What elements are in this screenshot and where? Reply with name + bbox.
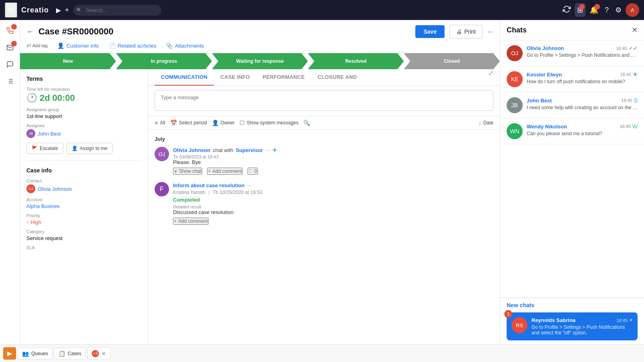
taskbar-cases[interactable]: 📋 Cases (54, 348, 86, 360)
expand-icon[interactable]: ⤢ (488, 69, 493, 86)
new-chat-item[interactable]: 3 RS Reynolds Sabrina 18:45 ✈ Go to Prof… (507, 312, 638, 340)
chat-info-4: Wendy Nikolson 18:45 W Can you please se… (527, 123, 638, 136)
message-input[interactable] (155, 90, 493, 111)
task-title[interactable]: Inform about case resolution (173, 182, 244, 188)
telegram-icon-2: ✈ (633, 71, 638, 78)
gear-icon: ⚙ (615, 6, 622, 14)
status-new[interactable]: New (20, 53, 116, 69)
related-articles-link[interactable]: 📄 Related acrticles (109, 42, 156, 49)
user-avatar[interactable]: A (626, 3, 639, 17)
play-button[interactable]: ▶ (56, 6, 61, 14)
info-panel: Terms Time left for resolution 🕐 2d 00:0… (20, 69, 148, 344)
message-avatar: OJ (155, 147, 169, 161)
chats-close-button[interactable]: ✕ (632, 26, 638, 34)
search-input[interactable] (73, 5, 161, 16)
tab-performance[interactable]: PERFORMANCE (256, 69, 311, 86)
customer-info-link[interactable]: 👤 Customer info (57, 42, 99, 49)
filter-system-messages[interactable]: ☐ Show system messages (239, 120, 298, 126)
chat-avatar-4: WN (507, 123, 523, 139)
message-text: Please. Bye (173, 159, 493, 165)
tab-case-info[interactable]: CASE INFO (214, 69, 256, 86)
list-icon-btn[interactable] (2, 74, 18, 89)
status-in-progress[interactable]: In progress (116, 53, 212, 69)
filter-period[interactable]: 📅 Select period (170, 120, 207, 126)
plus-icon: + (208, 168, 211, 174)
customer-icon: 👤 (57, 42, 64, 49)
add-comment-button[interactable]: + Add comment (207, 168, 243, 175)
top-navigation: ⊞ Creatio ▶ + ⊞ 🔔 ? ⚙ A (0, 0, 644, 20)
add-button[interactable]: + (65, 6, 69, 14)
print-icon: 🖨 (456, 28, 462, 35)
message-author[interactable]: Olivia Johnson (173, 147, 210, 153)
status-closed[interactable]: Closed (404, 53, 500, 69)
message-time: Th 03/08/2023 at 18:43 (173, 154, 493, 159)
home-icon: ▶ (7, 350, 12, 357)
assignees-group-label: Assignees group (26, 107, 141, 112)
plus-icon: + (174, 218, 177, 224)
notifications-icon-btn[interactable]: 🔔 (587, 3, 601, 17)
filter-date[interactable]: ↓ Date (479, 120, 493, 126)
chat-icon-btn[interactable] (2, 57, 18, 72)
chat-item-3[interactable]: JB John Best 18:45 S I need some help wi… (500, 92, 644, 118)
chat-item-2[interactable]: KE Kessler Elwyn 18:45 ✈ How do I turn o… (500, 66, 644, 92)
task-add-comment-button[interactable]: + Add comment (173, 218, 209, 225)
skype-icon-3: S (634, 97, 638, 104)
message-more-btn[interactable]: ··· (265, 147, 270, 153)
filter-owner[interactable]: 👤 Owner (212, 120, 235, 126)
taskbar: ▶ 👥 Queues 📋 Cases +3 ✕ (0, 344, 644, 362)
chat-item[interactable]: OJ Olivia Johnson 18:45 ✓✓ Go to Profile… (500, 40, 644, 66)
filter-search[interactable]: 🔍 (303, 120, 310, 126)
action-buttons: 🚩 Escalate 👤 Assign to me (26, 143, 141, 154)
apps-badge (579, 4, 585, 10)
new-chat-message: Go to Profile > Settings > Push Notifica… (531, 324, 633, 336)
status-waiting[interactable]: Waiting for response (212, 53, 308, 69)
assign-to-me-button[interactable]: 👤 Assign to me (66, 143, 113, 154)
escalate-button[interactable]: 🚩 Escalate (26, 143, 63, 154)
save-button[interactable]: Save (415, 25, 445, 38)
email-icon-btn[interactable] (2, 40, 18, 55)
filter-icon: ≡ (155, 120, 158, 126)
account-label: Account (26, 197, 141, 202)
chat-info-2: Kessler Elwyn 18:45 ✈ How do I turn off … (527, 71, 638, 84)
add-tag[interactable]: 🏷 Add tag (26, 43, 48, 48)
account-value[interactable]: Alpha Busines (26, 203, 141, 209)
chat-time-3: 18:45 S (621, 97, 638, 104)
chats-header: Chats ✕ (500, 20, 644, 40)
more-options-button[interactable]: ··· (487, 28, 493, 36)
apps-icon-btn[interactable]: ⊞ (575, 3, 586, 17)
messages-area: July OJ Olivia Johnson chat with Supervi… (148, 130, 500, 344)
back-button[interactable]: ← (26, 28, 34, 36)
tab-closure[interactable]: CLOSURE AND (311, 69, 363, 86)
message-with[interactable]: Supervisor (236, 147, 263, 153)
chat-item-4[interactable]: WN Wendy Nikolson 18:45 W Can you please… (500, 118, 644, 144)
grid-menu-icon[interactable]: ⊞ (5, 2, 17, 18)
settings-icon-btn[interactable]: ⚙ (613, 3, 624, 17)
taskbar-count-item[interactable]: +3 ✕ (87, 347, 111, 360)
chats-title: Chats (507, 26, 527, 34)
taskbar-close-button[interactable]: ✕ (101, 350, 106, 357)
attachments-link[interactable]: 📎 Attachments (166, 42, 204, 49)
case-header: ← Case #SR0000000 Save 🖨 Print ··· 🏷 Add… (20, 20, 500, 53)
help-icon-btn[interactable]: ? (602, 4, 611, 17)
task-more-btn[interactable]: ··· (247, 182, 252, 188)
filter-all[interactable]: ≡ All (155, 120, 165, 126)
chat-name-4: Wendy Nikolson (527, 124, 567, 130)
arrow-up-icon: ↑ (26, 219, 29, 225)
taskbar-home[interactable]: ▶ (3, 347, 16, 360)
print-button[interactable]: 🖨 Print (449, 25, 483, 38)
contact-value[interactable]: Olivia Johnson (38, 186, 72, 192)
like-button[interactable]: ♡ 0 (248, 168, 258, 175)
assignee-value[interactable]: John Best (38, 131, 61, 137)
time-left-label: Time left for resolution (26, 87, 141, 92)
show-chat-button[interactable]: ∨ Show chat (173, 168, 202, 175)
task-avatar: F (155, 182, 169, 196)
new-chats-section: New chats 3 RS Reynolds Sabrina 18:45 ✈ … (500, 297, 644, 344)
tab-communication[interactable]: COMMUNICATION (155, 69, 214, 86)
new-chat-badge: 3 (504, 310, 512, 318)
taskbar-queues[interactable]: 👥 Queues (18, 348, 52, 360)
phone-icon-btn[interactable] (2, 23, 18, 38)
status-resolved[interactable]: Resolved (308, 53, 404, 69)
month-label: July (155, 136, 493, 142)
calendar-icon: 📅 (170, 120, 177, 126)
refresh-icon-btn[interactable] (560, 3, 573, 18)
